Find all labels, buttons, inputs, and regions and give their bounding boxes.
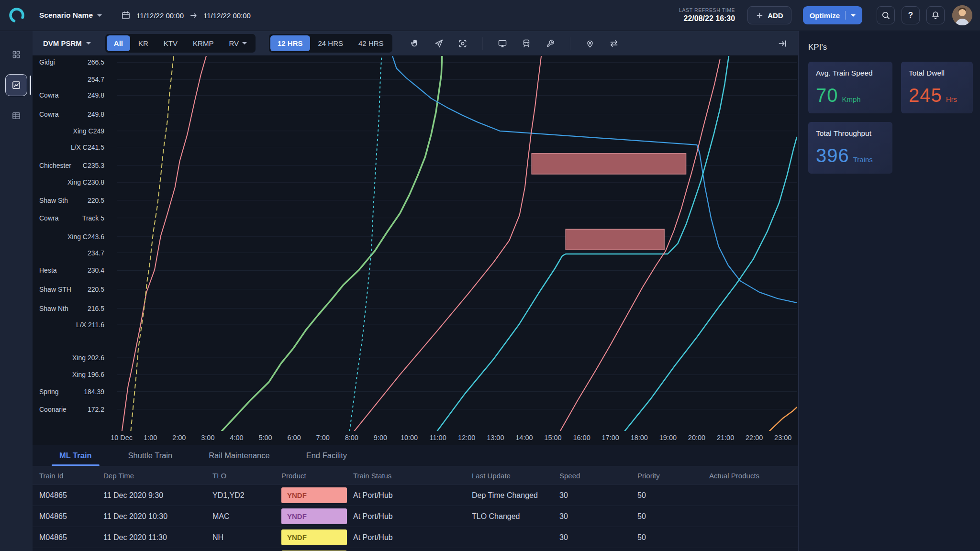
time-label: 11:00 [430, 434, 446, 441]
navigate-tool-button[interactable] [430, 34, 448, 53]
tab-ml-train[interactable]: ML Train [47, 445, 104, 466]
filter-rv-dropdown[interactable]: RV [222, 35, 254, 51]
station-row: Xing 196.6 [33, 371, 117, 378]
search-button[interactable] [877, 6, 895, 24]
cell-product: YNDF [281, 487, 353, 503]
product-badge: YNDF [281, 529, 347, 545]
station-name: Coonarie [39, 406, 67, 413]
nav-table-view[interactable] [5, 105, 27, 127]
optimize-label: Optimize [810, 11, 840, 20]
collapse-panel-button[interactable] [773, 34, 791, 53]
station-value: Xing C230.8 [67, 178, 104, 186]
table-row[interactable] [33, 548, 798, 551]
time-label: 12:00 [458, 434, 475, 441]
tab-end-facility[interactable]: End Facility [294, 445, 359, 466]
table-row[interactable]: M0486511 Dec 2020 11:30NHYNDFAt Port/Hub… [33, 527, 798, 548]
corridor-selector[interactable]: DVM PSRM [43, 39, 91, 47]
date-from: 11/12/22 00:00 [136, 11, 184, 20]
add-button[interactable]: ADD [747, 6, 791, 24]
time-label: 9:00 [374, 434, 387, 441]
range-24-hrs[interactable]: 24 HRS [311, 35, 351, 51]
column-header: Last Update [472, 472, 559, 480]
range-42-hrs[interactable]: 42 HRS [351, 35, 391, 51]
station-value: 254.7 [88, 76, 104, 83]
range-12-hrs[interactable]: 12 HRS [270, 35, 310, 51]
cell-train-id: M04865 [39, 512, 103, 521]
time-label: 8:00 [345, 434, 358, 441]
swap-horizontal-icon [609, 39, 619, 48]
notifications-button[interactable] [926, 6, 945, 24]
user-avatar[interactable] [952, 5, 972, 25]
time-label: 13:00 [487, 434, 504, 441]
cell-train-status: At Port/Hub [353, 512, 472, 521]
time-label: 5:00 [258, 434, 272, 441]
filter-dropdown-label: RV [229, 39, 239, 47]
train-line-blue-descending[interactable] [392, 56, 797, 303]
time-label: 23:00 [774, 434, 791, 441]
monitor-icon [498, 39, 507, 48]
station-name: Chichester [39, 162, 71, 169]
time-label: 4:00 [230, 434, 243, 441]
station-value: 234.7 [88, 249, 104, 257]
app-logo[interactable] [7, 5, 27, 25]
filter-ktv[interactable]: KTV [156, 35, 185, 51]
cell-priority: 50 [637, 491, 709, 500]
maintenance-block[interactable] [566, 229, 664, 250]
corridor-label: DVM PSRM [43, 39, 82, 47]
logo-icon [7, 6, 26, 25]
pan-tool-button[interactable] [406, 34, 424, 53]
train-line-orange-1[interactable] [769, 408, 797, 431]
train-view-button[interactable] [517, 34, 535, 53]
cell-product: YNDF [281, 508, 353, 524]
tab-shuttle-train[interactable]: Shuttle Train [116, 445, 185, 466]
kpi-label: Total Dwell [909, 69, 965, 77]
scenario-selector[interactable]: Scenario Name [39, 11, 102, 20]
help-button[interactable]: ? [902, 6, 920, 24]
focus-tool-button[interactable] [454, 34, 472, 53]
column-header: Speed [559, 472, 637, 480]
column-header: Train Status [353, 472, 472, 480]
time-label: 7:00 [316, 434, 330, 441]
swap-button[interactable] [605, 34, 623, 53]
kpi-value: 245 [909, 85, 942, 106]
column-header: Product [281, 472, 353, 480]
tab-rail-maintenance[interactable]: Rail Maintenance [196, 445, 282, 466]
filter-all[interactable]: All [107, 35, 130, 51]
table-row[interactable]: M0486511 Dec 2020 9:30YD1,YD2YNDFAt Port… [33, 485, 798, 506]
station-row: Xing C243.6 [33, 233, 117, 241]
filter-krmp[interactable]: KRMP [186, 35, 221, 51]
pin-button[interactable] [581, 34, 599, 53]
station-value: Track 5 [82, 214, 104, 222]
station-value: Xing 202.6 [72, 354, 104, 362]
search-icon [881, 11, 891, 20]
table-row[interactable]: M0486511 Dec 2020 10:30MACYNDFAt Port/Hu… [33, 506, 798, 527]
station-row: 234.7 [33, 249, 117, 257]
kpi-panel-title: KPI's [799, 31, 980, 62]
nav-train-graph[interactable] [5, 74, 27, 96]
kpi-value: 70 [816, 85, 838, 106]
station-name: Cowra [39, 91, 58, 99]
station-row: Hesta230.4 [33, 266, 117, 274]
column-header: TLO [212, 472, 281, 480]
station-gutter: Gidgi266.5254.7Cowra249.8Cowra249.8Xing … [33, 56, 117, 431]
cell-dep-time: 11 Dec 2020 11:30 [103, 533, 212, 542]
main-content: DVM PSRM AllKRKTVKRMPRV 12 HRS24 HRS42 H… [33, 31, 798, 551]
column-header: Train Id [39, 472, 103, 480]
collapse-right-icon [778, 39, 787, 48]
button-divider [845, 11, 846, 20]
station-value: 249.8 [88, 91, 104, 99]
cell-speed: 30 [559, 512, 637, 521]
kpi-value-row: 70Kmph [816, 85, 885, 106]
kpi-card-total-dwell: Total Dwell245Hrs [901, 62, 973, 113]
train-graph-svg[interactable] [117, 56, 797, 431]
maintenance-block[interactable] [532, 154, 686, 174]
tools-button[interactable] [541, 34, 559, 53]
train-line-teal-3[interactable] [625, 137, 797, 431]
station-row: CowraTrack 5 [33, 214, 117, 222]
optimize-button[interactable]: Optimize [803, 6, 862, 24]
monitor-view-button[interactable] [493, 34, 512, 53]
date-range[interactable]: 11/12/22 00:00 11/12/22 00:00 [121, 11, 251, 20]
filter-kr[interactable]: KR [131, 35, 156, 51]
nav-dashboard[interactable] [5, 44, 27, 66]
station-row: Cowra249.8 [33, 91, 117, 99]
